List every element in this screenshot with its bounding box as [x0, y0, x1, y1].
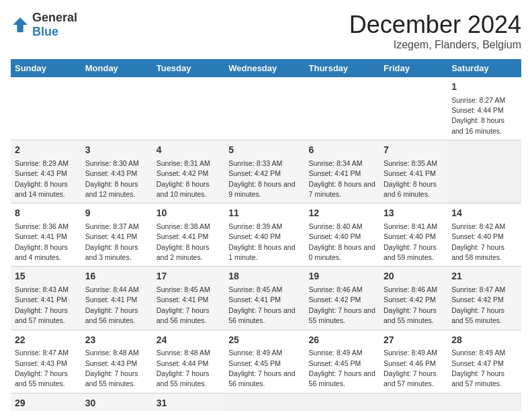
column-header-row: SundayMondayTuesdayWednesdayThursdayFrid… — [11, 59, 521, 77]
calendar-cell: 14Sunrise: 8:42 AMSunset: 4:40 PMDayligh… — [447, 203, 521, 267]
calendar-week-row: 22Sunrise: 8:47 AMSunset: 4:43 PMDayligh… — [11, 330, 521, 393]
calendar-cell: 10Sunrise: 8:38 AMSunset: 4:41 PMDayligh… — [152, 203, 225, 267]
calendar-cell — [380, 393, 447, 411]
calendar-title: December 2024 — [349, 11, 521, 39]
calendar-cell: 22Sunrise: 8:47 AMSunset: 4:43 PMDayligh… — [11, 330, 81, 393]
calendar-cell: 3Sunrise: 8:30 AMSunset: 4:43 PMDaylight… — [81, 140, 152, 203]
column-header-saturday: Saturday — [447, 59, 521, 77]
calendar-cell: 31Sunrise: 8:49 AMSunset: 4:50 PMDayligh… — [152, 393, 225, 411]
calendar-cell — [81, 77, 152, 140]
calendar-cell: 9Sunrise: 8:37 AMSunset: 4:41 PMDaylight… — [81, 203, 152, 267]
calendar-cell: 17Sunrise: 8:45 AMSunset: 4:41 PMDayligh… — [152, 267, 225, 330]
column-header-sunday: Sunday — [11, 59, 81, 77]
column-header-friday: Friday — [380, 59, 447, 77]
calendar-table: SundayMondayTuesdayWednesdayThursdayFrid… — [11, 59, 521, 411]
calendar-cell: 4Sunrise: 8:31 AMSunset: 4:42 PMDaylight… — [152, 140, 225, 203]
logo: General Blue — [11, 11, 77, 39]
calendar-cell: 16Sunrise: 8:44 AMSunset: 4:41 PMDayligh… — [81, 267, 152, 330]
title-area: December 2024 Izegem, Flanders, Belgium — [349, 11, 521, 51]
logo-general-text: General — [32, 11, 77, 24]
calendar-cell: 21Sunrise: 8:47 AMSunset: 4:42 PMDayligh… — [447, 267, 521, 330]
calendar-week-row: 1Sunrise: 8:27 AMSunset: 4:44 PMDaylight… — [11, 77, 521, 140]
calendar-cell — [152, 77, 225, 140]
calendar-week-row: 2Sunrise: 8:29 AMSunset: 4:43 PMDaylight… — [11, 140, 521, 203]
calendar-cell: 24Sunrise: 8:48 AMSunset: 4:44 PMDayligh… — [152, 330, 225, 393]
svg-marker-0 — [13, 17, 28, 32]
calendar-cell — [224, 77, 304, 140]
calendar-cell: 23Sunrise: 8:48 AMSunset: 4:43 PMDayligh… — [81, 330, 152, 393]
calendar-cell — [447, 393, 521, 411]
header: General Blue December 2024 Izegem, Fland… — [11, 11, 521, 51]
calendar-cell: 27Sunrise: 8:49 AMSunset: 4:46 PMDayligh… — [380, 330, 447, 393]
calendar-cell — [447, 140, 521, 203]
calendar-cell: 7Sunrise: 8:35 AMSunset: 4:41 PMDaylight… — [380, 140, 447, 203]
calendar-cell: 28Sunrise: 8:49 AMSunset: 4:47 PMDayligh… — [447, 330, 521, 393]
calendar-cell — [305, 77, 380, 140]
column-header-monday: Monday — [81, 59, 152, 77]
calendar-cell: 26Sunrise: 8:49 AMSunset: 4:45 PMDayligh… — [305, 330, 380, 393]
calendar-cell: 11Sunrise: 8:39 AMSunset: 4:40 PMDayligh… — [224, 203, 304, 267]
calendar-cell — [224, 393, 304, 411]
calendar-subtitle: Izegem, Flanders, Belgium — [349, 39, 521, 51]
column-header-wednesday: Wednesday — [224, 59, 304, 77]
calendar-cell: 5Sunrise: 8:33 AMSunset: 4:42 PMDaylight… — [224, 140, 304, 203]
calendar-cell: 8Sunrise: 8:36 AMSunset: 4:41 PMDaylight… — [11, 203, 81, 267]
calendar-week-row: 29Sunrise: 8:49 AMSunset: 4:48 PMDayligh… — [11, 393, 521, 411]
calendar-cell: 19Sunrise: 8:46 AMSunset: 4:42 PMDayligh… — [305, 267, 380, 330]
calendar-cell: 18Sunrise: 8:45 AMSunset: 4:41 PMDayligh… — [224, 267, 304, 330]
calendar-cell: 12Sunrise: 8:40 AMSunset: 4:40 PMDayligh… — [305, 203, 380, 267]
calendar-cell: 13Sunrise: 8:41 AMSunset: 4:40 PMDayligh… — [380, 203, 447, 267]
column-header-thursday: Thursday — [305, 59, 380, 77]
column-header-tuesday: Tuesday — [152, 59, 225, 77]
calendar-cell: 2Sunrise: 8:29 AMSunset: 4:43 PMDaylight… — [11, 140, 81, 203]
calendar-cell: 25Sunrise: 8:49 AMSunset: 4:45 PMDayligh… — [224, 330, 304, 393]
calendar-cell: 30Sunrise: 8:49 AMSunset: 4:49 PMDayligh… — [81, 393, 152, 411]
calendar-cell — [11, 77, 81, 140]
calendar-week-row: 8Sunrise: 8:36 AMSunset: 4:41 PMDaylight… — [11, 203, 521, 267]
calendar-cell: 1Sunrise: 8:27 AMSunset: 4:44 PMDaylight… — [447, 77, 521, 140]
calendar-cell: 29Sunrise: 8:49 AMSunset: 4:48 PMDayligh… — [11, 393, 81, 411]
calendar-cell — [305, 393, 380, 411]
logo-icon — [11, 15, 30, 34]
logo-blue-text: Blue — [32, 25, 58, 38]
calendar-cell: 15Sunrise: 8:43 AMSunset: 4:41 PMDayligh… — [11, 267, 81, 330]
calendar-cell — [380, 77, 447, 140]
calendar-cell: 6Sunrise: 8:34 AMSunset: 4:41 PMDaylight… — [305, 140, 380, 203]
calendar-week-row: 15Sunrise: 8:43 AMSunset: 4:41 PMDayligh… — [11, 267, 521, 330]
calendar-cell: 20Sunrise: 8:46 AMSunset: 4:42 PMDayligh… — [380, 267, 447, 330]
